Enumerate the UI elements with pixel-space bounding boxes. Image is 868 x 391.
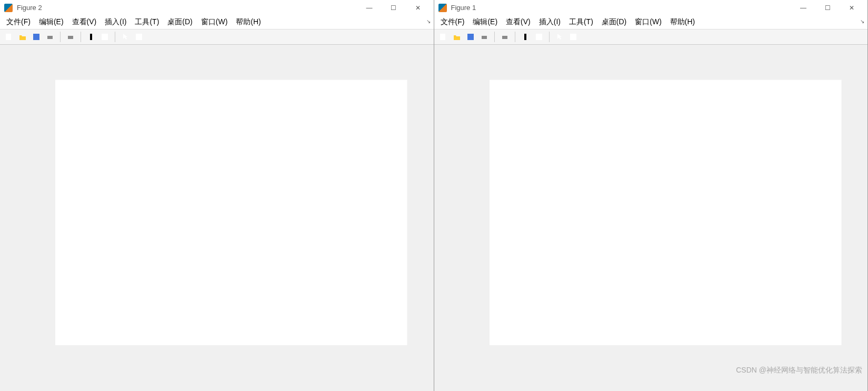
plot-area[interactable]: 05101520253035404511.21.41.61.822.22.42.…	[0, 45, 434, 391]
chart-test[interactable]: 05101520253035404511.21.41.61.822.22.42.…	[26, 50, 418, 375]
menubar: 文件(F) 编辑(E) 查看(V) 插入(I) 工具(T) 桌面(D) 窗口(W…	[0, 15, 434, 30]
window-title: Figure 1	[451, 4, 792, 12]
menu-help[interactable]: 帮助(H)	[232, 15, 265, 29]
new-button[interactable]	[437, 31, 449, 43]
menu-tools[interactable]: 工具(T)	[565, 15, 597, 29]
open-button[interactable]	[451, 31, 463, 43]
menu-tools[interactable]: 工具(T)	[131, 15, 163, 29]
save-button[interactable]	[31, 31, 42, 43]
svg-rect-10	[90, 34, 92, 40]
maximize-button[interactable]: ☐	[382, 1, 405, 15]
data-tip-button[interactable]	[567, 31, 579, 43]
close-button[interactable]: ✕	[840, 1, 863, 15]
figure-window-2: Figure 2 — ☐ ✕ 文件(F) 编辑(E) 查看(V) 插入(I) 工…	[0, 0, 434, 391]
menu-file[interactable]: 文件(F)	[2, 15, 35, 29]
menu-desktop[interactable]: 桌面(D)	[597, 15, 631, 29]
legend-button[interactable]	[99, 31, 111, 43]
menu-desktop[interactable]: 桌面(D)	[163, 15, 196, 29]
save-button[interactable]	[465, 31, 476, 43]
menu-file[interactable]: 文件(F)	[436, 15, 469, 29]
chart-train[interactable]: 02040608010012011.21.41.61.822.22.42.62.…	[461, 50, 852, 375]
print-fig-button[interactable]	[499, 31, 511, 43]
svg-rect-337	[570, 34, 576, 40]
legend-button[interactable]	[533, 31, 545, 43]
titlebar[interactable]: Figure 2 — ☐ ✕	[0, 0, 434, 15]
svg-rect-322	[440, 34, 445, 40]
menu-edit[interactable]: 编辑(E)	[468, 15, 502, 29]
svg-rect-7	[68, 36, 73, 39]
svg-rect-11	[102, 34, 108, 40]
toolbar	[0, 30, 434, 45]
pointer-button[interactable]	[554, 31, 565, 43]
matlab-icon	[438, 4, 447, 12]
menubar: 文件(F) 编辑(E) 查看(V) 插入(I) 工具(T) 桌面(D) 窗口(W…	[434, 15, 868, 30]
menu-view[interactable]: 查看(V)	[502, 15, 535, 29]
svg-rect-4	[47, 36, 53, 39]
close-button[interactable]: ✕	[406, 1, 430, 15]
svg-rect-15	[136, 34, 142, 40]
menu-edit[interactable]: 编辑(E)	[35, 15, 68, 29]
svg-rect-0	[6, 34, 11, 40]
menu-help[interactable]: 帮助(H)	[666, 15, 699, 29]
svg-rect-323	[467, 34, 474, 40]
print-button[interactable]	[478, 31, 490, 43]
colorbar-button[interactable]	[520, 31, 531, 43]
figure-window-1: Figure 1 — ☐ ✕ 文件(F) 编辑(E) 查看(V) 插入(I) 工…	[434, 0, 869, 391]
menubar-overflow-icon[interactable]: ↘	[426, 18, 431, 24]
pointer-button[interactable]	[119, 31, 131, 43]
maximize-button[interactable]: ☐	[816, 1, 839, 15]
svg-rect-1	[33, 34, 39, 40]
titlebar[interactable]: Figure 1 — ☐ ✕	[434, 0, 868, 15]
svg-rect-326	[482, 36, 487, 39]
svg-rect-340: 02040608010012011.21.41.61.822.22.42.62.…	[489, 80, 841, 346]
open-button[interactable]	[17, 31, 28, 43]
menu-insert[interactable]: 插入(I)	[535, 15, 565, 29]
svg-rect-329	[502, 36, 507, 39]
print-fig-button[interactable]	[65, 31, 76, 43]
menu-window[interactable]: 窗口(W)	[631, 15, 666, 29]
plot-area[interactable]: 02040608010012011.21.41.61.822.22.42.62.…	[434, 45, 868, 391]
watermark: CSDN @神经网络与智能优化算法探索	[736, 366, 862, 375]
matlab-icon	[4, 4, 13, 12]
colorbar-button[interactable]	[85, 31, 97, 43]
svg-rect-332	[524, 34, 526, 40]
new-button[interactable]	[3, 31, 15, 43]
svg-rect-18: 05101520253035404511.21.41.61.822.22.42.…	[55, 80, 407, 346]
minimize-button[interactable]: —	[358, 1, 381, 15]
print-button[interactable]	[44, 31, 56, 43]
menu-insert[interactable]: 插入(I)	[101, 15, 131, 29]
toolbar	[434, 30, 868, 45]
svg-rect-333	[536, 34, 542, 40]
menu-window[interactable]: 窗口(W)	[197, 15, 232, 29]
menu-view[interactable]: 查看(V)	[68, 15, 101, 29]
minimize-button[interactable]: —	[792, 1, 815, 15]
menubar-overflow-icon[interactable]: ↘	[860, 18, 864, 24]
window-title: Figure 2	[17, 4, 358, 12]
data-tip-button[interactable]	[133, 31, 145, 43]
